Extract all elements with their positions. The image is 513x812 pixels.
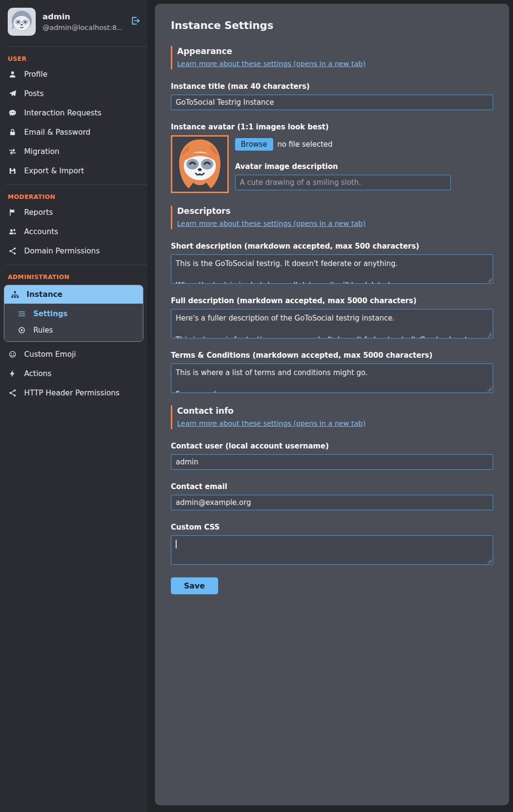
user-avatar: [8, 8, 36, 36]
smiley-icon: [8, 350, 17, 359]
contact-email-label: Contact email: [171, 482, 493, 491]
contact-user-label: Contact user (local account username): [171, 442, 493, 450]
instance-avatar-label: Instance avatar (1:1 images look best): [171, 123, 493, 131]
user-handle: @admin@localhost:8...: [42, 24, 122, 31]
sidebar-item-migration[interactable]: Migration: [0, 142, 147, 161]
divider: [6, 265, 147, 265]
sidebar-item-label: Domain Permissions: [24, 247, 100, 255]
sidebar-item-export-import[interactable]: Export & Import: [0, 161, 147, 181]
sidebar-item-instance[interactable]: Instance: [4, 285, 143, 304]
custom-css-label: Custom CSS: [171, 523, 493, 532]
arrows-left-right-icon: [8, 147, 17, 156]
bolt-icon: [8, 369, 17, 378]
sidebar-item-label: Rules: [33, 326, 53, 335]
floppy-disk-icon: [8, 167, 17, 175]
divider: [6, 184, 147, 185]
avatar-description-label: Avatar image description: [235, 162, 493, 171]
text-cursor: [176, 540, 177, 548]
descriptors-heading: Descriptors: [177, 206, 493, 216]
logout-icon[interactable]: [129, 14, 141, 29]
flag-icon: [8, 208, 17, 217]
circle-dot-icon: [17, 326, 27, 335]
sidebar-item-interaction-requests[interactable]: Interaction Requests: [0, 103, 147, 123]
terms-field: Terms & Conditions (markdown accepted, m…: [171, 351, 493, 393]
sidebar-item-label: Email & Password: [24, 128, 90, 137]
contact-email-field: Contact email: [171, 482, 493, 510]
sidebar-item-custom-emoji[interactable]: Custom Emoji: [0, 345, 147, 364]
sidebar-item-label: Export & Import: [24, 167, 84, 175]
sidebar-section-moderation: MODERATION: [0, 187, 147, 203]
paper-plane-icon: [8, 89, 17, 98]
sidebar-item-http-header-permissions[interactable]: HTTP Header Permissions: [0, 383, 147, 403]
descriptors-learn-more-link[interactable]: Learn more about these settings (opens i…: [177, 220, 365, 227]
sidebar-item-label: Reports: [24, 208, 53, 217]
instance-title-input[interactable]: [171, 95, 493, 110]
full-description-label: Full description (markdown accepted, max…: [171, 296, 493, 305]
comment-dots-icon: [8, 109, 17, 117]
browse-button[interactable]: Browse: [235, 138, 273, 151]
sidebar-item-profile[interactable]: Profile: [0, 65, 147, 84]
appearance-learn-more-link[interactable]: Learn more about these settings (opens i…: [177, 60, 365, 68]
custom-css-field: Custom CSS: [171, 523, 493, 565]
file-status-text: no file selected: [277, 140, 333, 149]
sidebar-item-label: HTTP Header Permissions: [24, 389, 120, 397]
sidebar-item-accounts[interactable]: Accounts: [0, 222, 147, 241]
sidebar-item-settings[interactable]: Settings: [4, 306, 143, 322]
terms-textarea[interactable]: This is where a list of terms and condit…: [171, 364, 493, 393]
full-description-textarea[interactable]: Here's a fuller description of the GoToS…: [171, 309, 493, 338]
contact-email-input[interactable]: [171, 495, 493, 510]
sidebar-item-actions[interactable]: Actions: [0, 364, 147, 383]
descriptors-section-header: Descriptors Learn more about these setti…: [171, 206, 493, 229]
sidebar-item-posts[interactable]: Posts: [0, 84, 147, 103]
sidebar-item-label: Accounts: [24, 227, 58, 236]
contact-learn-more-link[interactable]: Learn more about these settings (opens i…: [177, 420, 365, 427]
user-icon: [8, 70, 17, 79]
sidebar-item-email-password[interactable]: Email & Password: [0, 123, 147, 142]
page-title: Instance Settings: [171, 19, 493, 31]
share-nodes-icon: [8, 247, 17, 255]
sidebar-item-label: Instance: [27, 290, 63, 299]
avatar-description-input[interactable]: [235, 175, 451, 190]
sidebar-item-domain-permissions[interactable]: Domain Permissions: [0, 241, 147, 261]
sitemap-icon: [10, 290, 20, 299]
contact-heading: Contact info: [177, 406, 493, 416]
sidebar-section-administration: ADMINISTRATION: [0, 267, 147, 283]
user-display-name: admin: [42, 12, 122, 21]
appearance-section-header: Appearance Learn more about these settin…: [171, 46, 493, 70]
sidebar-item-label: Settings: [33, 309, 68, 318]
sidebar-section-user: USER: [0, 49, 147, 65]
sidebar-item-label: Custom Emoji: [24, 350, 76, 359]
save-button[interactable]: Save: [171, 577, 218, 594]
instance-submenu: Settings Rules: [4, 304, 143, 341]
appearance-heading: Appearance: [177, 46, 493, 56]
custom-css-textarea[interactable]: [171, 535, 493, 565]
instance-title-label: Instance title (max 40 characters): [171, 82, 493, 91]
users-icon: [8, 227, 17, 236]
short-description-label: Short description (markdown accepted, ma…: [171, 242, 493, 251]
lock-icon: [8, 128, 17, 137]
sidebar-item-rules[interactable]: Rules: [4, 322, 143, 338]
instance-avatar-image: [171, 135, 229, 193]
instance-avatar-field: Instance avatar (1:1 images look best): [171, 123, 493, 193]
sidebar-item-label: Profile: [24, 70, 47, 79]
contact-user-field: Contact user (local account username): [171, 442, 493, 470]
full-description-field: Full description (markdown accepted, max…: [171, 296, 493, 338]
sidebar-item-reports[interactable]: Reports: [0, 203, 147, 222]
terms-label: Terms & Conditions (markdown accepted, m…: [171, 351, 493, 360]
sidebar-item-label: Interaction Requests: [24, 109, 101, 117]
share-nodes-icon: [8, 389, 17, 397]
sidebar: admin @admin@localhost:8... USER Profile…: [0, 0, 147, 812]
sliders-icon: [17, 309, 27, 318]
divider: [6, 46, 147, 47]
instance-nav-group: Instance Settings Rules: [4, 285, 143, 342]
instance-settings-panel: Instance Settings Appearance Learn more …: [155, 4, 509, 805]
sidebar-item-label: Posts: [24, 89, 44, 98]
short-description-field: Short description (markdown accepted, ma…: [171, 242, 493, 284]
user-card[interactable]: admin @admin@localhost:8...: [0, 0, 147, 42]
instance-title-field: Instance title (max 40 characters): [171, 82, 493, 110]
contact-user-input[interactable]: [171, 454, 493, 470]
sidebar-item-label: Actions: [24, 369, 52, 378]
sidebar-item-label: Migration: [24, 147, 59, 156]
short-description-textarea[interactable]: This is the GoToSocial testrig. It doesn…: [171, 254, 493, 284]
contact-section-header: Contact info Learn more about these sett…: [171, 406, 493, 429]
